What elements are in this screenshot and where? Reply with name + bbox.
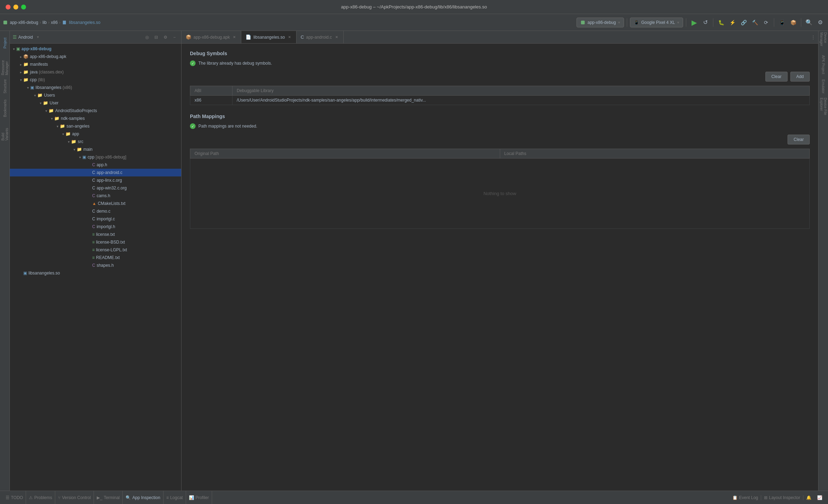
build-button[interactable]: 🔨 — [750, 18, 760, 27]
tree-label-cpp-module: cpp [app-x86-debug] — [88, 155, 126, 160]
tree-item-license-bsd[interactable]: ▸ ≡ license-BSD.txt — [10, 238, 181, 246]
tree-item-cmake[interactable]: ▸ ▲ CMakeLists.txt — [10, 200, 181, 207]
tab-close-android[interactable]: ✕ — [334, 35, 339, 40]
status-notifications[interactable]: 🔔 — [803, 495, 814, 500]
tab-close-apk[interactable]: ✕ — [232, 35, 237, 40]
status-item-profiler[interactable]: 📊 Profiler — [186, 491, 212, 504]
tree-label-importgl-h: importgl.h — [97, 224, 115, 229]
device-selector[interactable]: app-x86-debug ▾ — [577, 18, 624, 27]
path-mappings-clear-button[interactable]: Clear — [788, 135, 810, 144]
sidebar-item-device-manager[interactable]: Device Manager — [819, 32, 828, 53]
tree-item-java[interactable]: ▸ 📁 java (classes.dex) — [10, 68, 181, 76]
debug-row-abi: x86 — [190, 96, 233, 105]
debug-symbols-row-0[interactable]: x86 /Users/User/AndroidStudioProjects/nd… — [190, 96, 810, 105]
tree-item-main[interactable]: ▾ 📁 main — [10, 146, 181, 153]
tree-label-src: src — [78, 139, 83, 144]
sidebar-item-project[interactable]: Project — [1, 32, 9, 53]
tree-item-cpp[interactable]: ▾ 📁 cpp (lib) — [10, 76, 181, 84]
tree-item-libsanangeles[interactable]: ▾ ▣ libsanangeles (x86) — [10, 84, 181, 91]
attach-button[interactable]: 🔗 — [739, 18, 749, 27]
tree-item-san-angeles[interactable]: ▾ 📁 san-angeles — [10, 122, 181, 130]
tree-item-shapes-h[interactable]: ▸ C shapes.h — [10, 261, 181, 269]
sidebar-item-resource-manager[interactable]: Resource Manager — [1, 54, 9, 75]
profile-button[interactable]: ⚡ — [727, 18, 737, 27]
tree-item-readme[interactable]: ▸ ≡ README.txt — [10, 254, 181, 261]
sync-button[interactable]: ⟳ — [761, 18, 771, 27]
status-label-problems: Problems — [34, 495, 52, 500]
collapse-all-button[interactable]: ⊟ — [152, 33, 160, 41]
tree-item-importgl-h[interactable]: ▸ C importgl.h — [10, 223, 181, 231]
close-button[interactable] — [6, 5, 11, 9]
sidebar-item-build-variants[interactable]: Build Variants — [1, 119, 9, 141]
tree-content: ▾ ▣ app-x86-debug ▸ 📦 app-x86-debug.apk … — [10, 44, 181, 491]
tree-label-license-txt: license.txt — [96, 232, 115, 237]
status-item-todo[interactable]: ☰ TODO — [3, 491, 26, 504]
status-memory[interactable]: 📈 — [814, 495, 825, 500]
folder-icon-cpp: 📁 — [23, 77, 28, 82]
settings-button[interactable]: ⚙ — [815, 18, 825, 27]
tree-label-app-android-c: app-android.c — [97, 170, 122, 175]
locate-file-button[interactable]: ◎ — [143, 33, 151, 41]
tree-item-apk[interactable]: ▸ 📦 app-x86-debug.apk — [10, 53, 181, 60]
emulator-selector[interactable]: 📱 Google Pixel 4 XL ▾ — [630, 18, 683, 27]
status-item-terminal[interactable]: ▶_ Terminal — [94, 491, 123, 504]
tree-item-user[interactable]: ▾ 📁 User — [10, 99, 181, 107]
tree-item-demo-c[interactable]: ▸ C demo.c — [10, 207, 181, 215]
tree-item-libsanangeles-so[interactable]: ▸ ▣ libsanangeles.so — [10, 269, 181, 277]
tree-item-cpp-module[interactable]: ▾ ▣ cpp [app-x86-debug] — [10, 153, 181, 161]
tree-item-app-android-c[interactable]: ▸ C app-android.c — [10, 169, 181, 176]
run-button[interactable]: ▶ — [689, 18, 699, 27]
tab-more-button[interactable]: ⋮ — [808, 31, 818, 43]
sidebar-item-device-file-explorer[interactable]: Device File Explorer — [819, 98, 828, 119]
sidebar-item-bookmarks[interactable]: Bookmarks — [1, 98, 9, 119]
folder-icon-users: 📁 — [37, 93, 43, 98]
tree-item-app-win32[interactable]: ▸ C app-win32.c.org — [10, 184, 181, 192]
debug-button[interactable]: 🐛 — [716, 18, 726, 27]
tree-item-license-txt[interactable]: ▸ ≡ license.txt — [10, 231, 181, 238]
sdk-button[interactable]: 📦 — [788, 18, 798, 27]
maximize-button[interactable] — [21, 5, 26, 9]
status-item-event-log[interactable]: 📋 Event Log — [730, 495, 761, 500]
tree-item-users[interactable]: ▾ 📁 Users — [10, 91, 181, 99]
tree-item-license-lgpl[interactable]: ▸ ≡ license-LGPL.txt — [10, 246, 181, 254]
debug-content: Debug Symbols ✓ The library already has … — [181, 44, 818, 491]
tab-label-lib: libsanangeles.so — [253, 35, 285, 40]
status-item-version-control[interactable]: ⑂ Version Control — [55, 491, 94, 504]
status-item-app-inspection[interactable]: 🔍 App Inspection — [123, 491, 163, 504]
tree-item-androidstudioprojects[interactable]: ▾ 📁 AndroidStudioProjects — [10, 107, 181, 115]
status-item-problems[interactable]: ⚠ Problems — [26, 491, 55, 504]
tab-apk[interactable]: 📦 app-x86-debug.apk ✕ — [181, 31, 241, 43]
minimize-button[interactable] — [13, 5, 18, 9]
debug-clear-button[interactable]: Clear — [765, 72, 788, 82]
status-item-logcat[interactable]: ≡ Logcat — [164, 491, 186, 504]
tree-item-app-h[interactable]: ▸ C app.h — [10, 161, 181, 169]
sidebar-item-apk-project[interactable]: APK Project — [819, 54, 828, 75]
tree-item-manifests[interactable]: ▸ 📁 manifests — [10, 60, 181, 68]
debug-add-button[interactable]: Add — [790, 72, 810, 82]
tab-app-android[interactable]: C app-android.c ✕ — [297, 31, 344, 43]
tree-item-app-linx[interactable]: ▸ C app-linx.c.org — [10, 176, 181, 184]
svg-rect-1 — [581, 20, 585, 24]
tree-item-app[interactable]: ▾ 📁 app — [10, 130, 181, 138]
avd-button[interactable]: 📱 — [777, 18, 787, 27]
sidebar-item-emulator[interactable]: Emulator — [819, 76, 828, 97]
breadcrumb-x86[interactable]: x86 — [51, 20, 58, 25]
close-panel-button[interactable]: − — [171, 33, 178, 41]
sidebar-item-structure[interactable]: Structure — [1, 76, 9, 97]
tree-item-ndk-samples[interactable]: ▾ 📁 ndk-samples — [10, 115, 181, 122]
tab-libsanangeles[interactable]: 📄 libsanangeles.so ✕ — [241, 31, 296, 43]
search-button[interactable]: 🔍 — [804, 18, 814, 27]
tree-item-importgl-c[interactable]: ▸ C importgl.c — [10, 215, 181, 223]
breadcrumb-file[interactable]: libsanangeles.so — [69, 20, 100, 25]
tree-item-src[interactable]: ▾ 📁 src — [10, 138, 181, 146]
lib-icon: ▣ — [30, 85, 34, 90]
breadcrumb-project[interactable]: app-x86-debug — [10, 20, 38, 25]
breadcrumb-lib[interactable]: lib — [43, 20, 47, 25]
tree-item-cams-h[interactable]: ▸ C cams.h — [10, 192, 181, 200]
tree-settings-button[interactable]: ⚙ — [161, 33, 169, 41]
status-item-layout-inspector[interactable]: ⊞ Layout Inspector — [761, 495, 803, 500]
chevron-src: ▾ — [66, 140, 71, 144]
tab-close-lib[interactable]: ✕ — [287, 35, 292, 40]
reload-button[interactable]: ↺ — [700, 18, 710, 27]
tree-item-app-x86-debug[interactable]: ▾ ▣ app-x86-debug — [10, 45, 181, 53]
